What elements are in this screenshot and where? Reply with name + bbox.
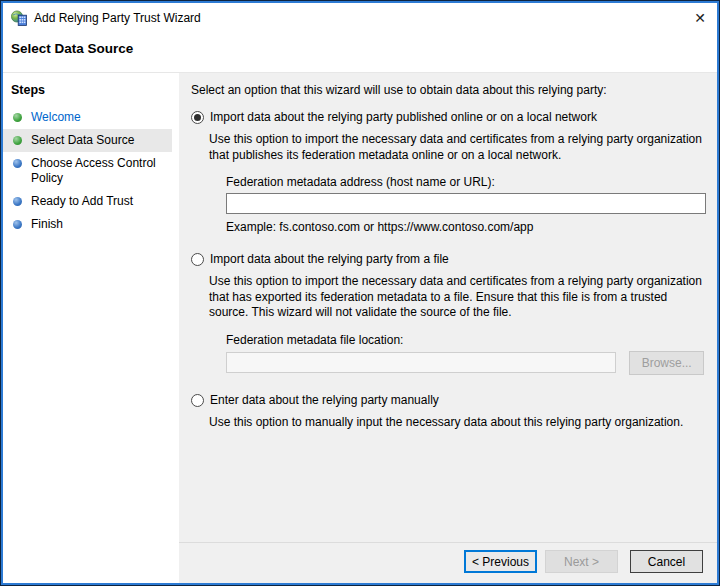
radio-enter-manually-label[interactable]: Enter data about the relying party manua… (210, 393, 439, 407)
page-header: Select Data Source (3, 32, 717, 72)
metadata-address-label: Federation metadata address (host name o… (226, 175, 704, 189)
wizard-body: Steps Welcome Select Data Source Choose … (3, 72, 717, 583)
steps-title: Steps (3, 78, 179, 106)
window-title: Add Relying Party Trust Wizard (34, 11, 201, 25)
step-pending-bullet-icon (13, 197, 22, 206)
wizard-footer: < Previous Next > Cancel (179, 542, 717, 583)
sidebar-item-welcome: Welcome (3, 106, 172, 129)
previous-button[interactable]: < Previous (464, 550, 537, 573)
step-done-bullet-icon (13, 113, 22, 122)
cancel-button[interactable]: Cancel (630, 550, 703, 573)
sidebar-item-label: Welcome (31, 110, 81, 125)
option-manual-description: Use this option to manually input the ne… (209, 415, 704, 431)
option-import-file: Import data about the relying party from… (191, 252, 704, 266)
step-pending-bullet-icon (13, 159, 22, 168)
main-content: Select an option that this wizard will u… (179, 73, 717, 542)
browse-button[interactable]: Browse... (629, 351, 704, 375)
adfs-wizard-icon (11, 10, 27, 26)
step-pending-bullet-icon (13, 220, 22, 229)
metadata-address-example: Example: fs.contoso.com or https://www.c… (226, 220, 704, 234)
sidebar-item-label: Ready to Add Trust (31, 194, 133, 209)
sidebar-item-choose-access-control-policy: Choose Access Control Policy (3, 152, 172, 190)
title-bar: Add Relying Party Trust Wizard ✕ (3, 3, 717, 32)
wizard-window: Add Relying Party Trust Wizard ✕ Select … (1, 1, 719, 585)
sidebar-item-label: Select Data Source (31, 133, 134, 148)
sidebar-item-finish: Finish (3, 213, 172, 236)
sidebar-item-label: Finish (31, 217, 63, 232)
radio-import-online-label[interactable]: Import data about the relying party publ… (210, 110, 597, 124)
sidebar-item-ready-to-add-trust: Ready to Add Trust (3, 190, 172, 213)
close-button[interactable]: ✕ (683, 3, 717, 32)
metadata-file-input[interactable] (226, 352, 616, 373)
step-done-bullet-icon (13, 136, 22, 145)
page-title: Select Data Source (3, 32, 717, 56)
sidebar-item-select-data-source: Select Data Source (3, 129, 172, 152)
option-file-description: Use this option to import the necessary … (209, 274, 704, 321)
radio-import-file-label[interactable]: Import data about the relying party from… (210, 252, 449, 266)
intro-text: Select an option that this wizard will u… (191, 83, 704, 97)
steps-sidebar: Steps Welcome Select Data Source Choose … (3, 73, 179, 583)
metadata-file-row: Browse... (226, 351, 704, 375)
metadata-file-label: Federation metadata file location: (226, 333, 704, 347)
option-enter-manually: Enter data about the relying party manua… (191, 393, 704, 407)
radio-import-online[interactable] (191, 111, 204, 124)
metadata-address-input[interactable] (226, 193, 706, 214)
option-import-online: Import data about the relying party publ… (191, 110, 704, 124)
radio-import-file[interactable] (191, 253, 204, 266)
next-button[interactable]: Next > (545, 550, 618, 573)
radio-enter-manually[interactable] (191, 394, 204, 407)
option-online-description: Use this option to import the necessary … (209, 132, 704, 163)
main-panel: Select an option that this wizard will u… (179, 73, 717, 583)
sidebar-item-label: Choose Access Control Policy (31, 156, 164, 186)
